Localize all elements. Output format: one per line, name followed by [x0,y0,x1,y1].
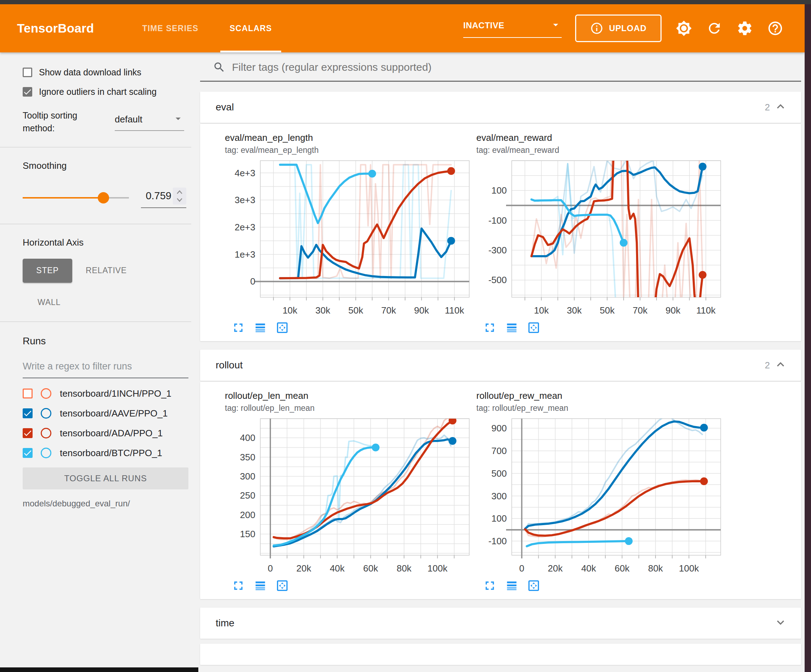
settings-icon[interactable] [736,20,753,36]
series-end-dot[interactable] [625,537,633,545]
checkbox-unchecked[interactable] [23,68,32,77]
tooltip-sorting-dropdown[interactable]: default [115,113,184,135]
series-end-dot[interactable] [368,170,376,178]
x-tick-label: 20k [548,563,563,574]
chart-tag: tag: rollout/ep_rew_mean [476,403,724,413]
pan-expand-icon[interactable] [275,321,289,335]
pan-expand-icon[interactable] [275,579,289,593]
series-end-dot[interactable] [700,477,708,485]
browser-bottom-edge [0,667,199,672]
section-header-eval[interactable]: eval 2 [200,91,801,123]
section-body-eval: eval/mean_ep_lengthtag: eval/mean_ep_len… [200,124,801,341]
series-end-dot[interactable] [449,416,456,424]
series-BTC [280,165,372,223]
x-tick-label: 80k [397,563,412,574]
toggle-all-runs-button[interactable]: TOGGLE ALL RUNS [23,467,188,489]
run-color-radio[interactable] [41,448,51,458]
chart-toolbar [231,579,473,593]
chart-plot-area[interactable]: 150200250300350400020k40k60k80k100k [225,415,473,576]
x-tick-label: 0 [268,563,273,574]
tab-scalars[interactable]: SCALARS [214,4,288,52]
data-table-icon[interactable] [253,321,267,335]
series-end-dot[interactable] [700,424,708,432]
series-end-dot[interactable] [447,237,455,245]
section-name: eval [215,102,234,113]
chart-tag: tag: eval/mean_reward [476,146,724,155]
fullscreen-icon[interactable] [231,321,246,335]
run-checkbox-unchecked[interactable] [23,389,32,398]
run-row[interactable]: tensorboard/1INCH/PPO_1 [23,388,186,399]
smoothing-slider[interactable] [23,197,129,198]
chevron-up-icon[interactable] [774,357,787,373]
fullscreen-icon[interactable] [483,321,497,335]
series-end-dot[interactable] [449,437,456,445]
page-scrollbar[interactable] [804,4,811,672]
run-label: tensorboard/BTC/PPO_1 [60,448,162,459]
series-end-dot[interactable] [699,271,706,279]
run-color-radio[interactable] [41,408,51,419]
run-label: tensorboard/1INCH/PPO_1 [60,388,171,399]
run-row[interactable]: tensorboard/BTC/PPO_1 [23,448,186,459]
runs-list: tensorboard/1INCH/PPO_1tensorboard/AAVE/… [23,388,186,459]
ignore-outliers-label: Ignore outliers in chart scaling [39,87,156,97]
tab-time-series[interactable]: TIME SERIES [126,4,214,52]
upload-button[interactable]: UPLOAD [575,15,662,42]
run-checkbox-checked[interactable] [23,428,32,438]
section-header-time[interactable]: time [200,608,801,639]
upload-label: UPLOAD [609,24,646,33]
smoothing-value-field[interactable]: 0.759 [141,188,186,208]
filter-tags-input[interactable]: Filter tags (regular expressions support… [200,61,801,74]
run-row[interactable]: tensorboard/AAVE/PPO_1 [23,408,186,419]
smoothing-stepper[interactable] [173,188,186,205]
x-tick-label: 30k [567,305,582,316]
run-row[interactable]: tensorboard/ADA/PPO_1 [23,428,186,439]
brightness-icon[interactable] [676,20,692,36]
run-color-radio[interactable] [41,388,51,399]
x-tick-label: 60k [363,563,378,574]
header-controls: INACTIVE UPLOAD [463,15,783,42]
pan-expand-icon[interactable] [527,321,541,335]
runs-heading: Runs [23,335,186,347]
x-tick-label: 50k [600,305,615,316]
ignore-outliers-checkbox-row[interactable]: Ignore outliers in chart scaling [23,87,186,97]
y-tick-label: 0 [250,276,255,287]
axis-step-button[interactable]: STEP [23,259,72,283]
status-dropdown[interactable]: INACTIVE [463,19,562,38]
chart-plot-area[interactable]: 01e+32e+33e+34e+310k30k50k70k90k110k [225,156,473,318]
x-tick-label: 10k [283,305,298,316]
x-tick-label: 30k [316,305,331,316]
tooltip-sorting-label: Tooltip sorting method: [23,109,104,135]
y-tick-label: 4e+3 [234,168,255,178]
x-tick-label: 40k [330,563,345,574]
refresh-icon[interactable] [706,20,723,36]
chevron-up-icon[interactable] [774,100,787,115]
data-table-icon[interactable] [253,579,267,593]
run-checkbox-checked[interactable] [23,448,32,458]
fullscreen-icon[interactable] [483,579,497,593]
tensorboard-app: TensorBoard TIME SERIES SCALARS INACTIVE… [0,0,811,672]
scalar-chart: eval/mean_rewardtag: eval/mean_reward100… [476,132,724,338]
runs-filter-input[interactable]: Write a regex to filter runs [23,361,188,378]
axis-wall-button[interactable]: WALL [37,298,66,307]
help-icon[interactable] [767,20,783,36]
smoothing-slider-thumb[interactable] [98,192,109,203]
series-end-dot[interactable] [372,444,380,452]
data-table-icon[interactable] [505,321,519,335]
series-end-dot[interactable] [447,167,455,175]
section-header-rollout[interactable]: rollout 2 [200,350,801,381]
run-checkbox-checked[interactable] [23,408,32,418]
chart-plot-area[interactable]: -100100300500700900020k40k60k80k100k [476,415,724,576]
x-tick-label: 90k [665,305,681,316]
chevron-down-icon[interactable] [774,615,787,631]
checkbox-checked[interactable] [23,87,32,96]
data-table-icon[interactable] [505,579,519,593]
series-end-dot[interactable] [699,163,706,171]
fullscreen-icon[interactable] [231,579,246,593]
chart-plot-area[interactable]: 100-100-300-50010k30k50k70k90k110k [476,156,724,318]
pan-expand-icon[interactable] [527,579,541,593]
series-end-dot[interactable] [620,239,628,247]
axis-relative-button[interactable]: RELATIVE [86,266,127,275]
y-tick-label: 900 [492,423,507,433]
run-color-radio[interactable] [41,428,51,438]
show-download-links-checkbox-row[interactable]: Show data download links [23,67,186,78]
